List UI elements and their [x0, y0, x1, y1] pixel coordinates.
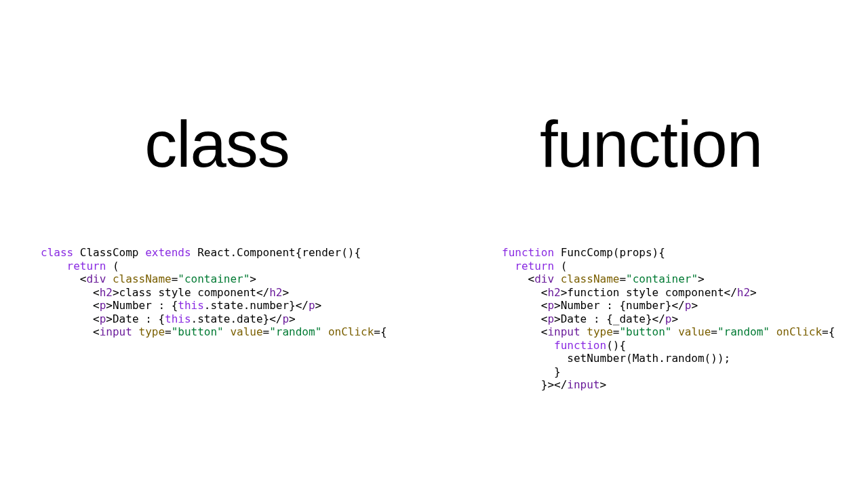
right-column: function function FuncComp(props){ retur…	[434, 0, 868, 488]
code-block-class: class ClassComp extends React.Component{…	[41, 246, 387, 339]
left-column: class class ClassComp extends React.Comp…	[0, 0, 434, 488]
slide: class class ClassComp extends React.Comp…	[0, 0, 868, 488]
heading-function: function	[434, 112, 868, 177]
heading-class: class	[0, 112, 434, 177]
code-block-function: function FuncComp(props){ return ( <div …	[502, 246, 835, 392]
